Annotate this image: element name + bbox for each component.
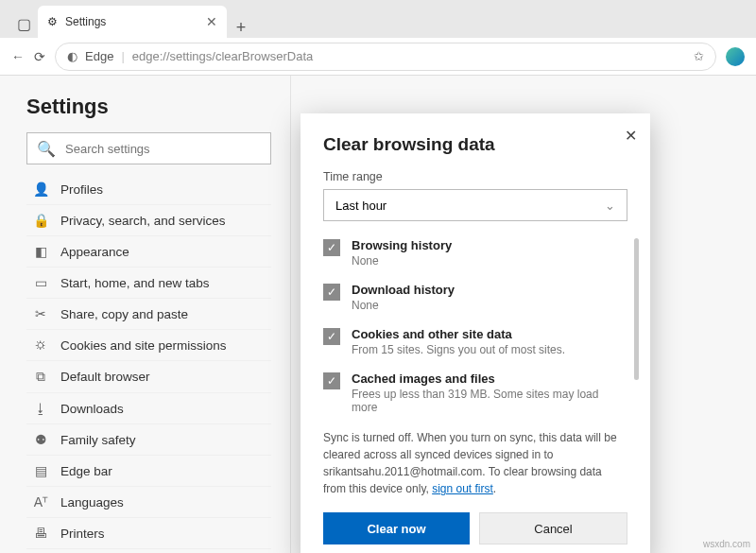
sidebar-item[interactable]: ▭Start, home, and new tabs [26,268,271,299]
sidebar-item[interactable]: 🔒Privacy, search, and services [26,205,271,236]
profile-avatar[interactable] [726,47,745,66]
nav-label: Start, home, and new tabs [60,276,210,290]
checkbox-row: ✓Cookies and other site dataFrom 15 site… [323,327,627,356]
chevron-down-icon: ⌄ [605,199,615,213]
sidebar-item[interactable]: ⧉Default browser [26,361,271,393]
nav-label: Default browser [60,370,150,384]
gear-icon: ⚙ [47,15,58,28]
nav-label: Family safety [60,433,136,447]
sidebar-item[interactable]: □System and performance [26,549,271,553]
checkbox[interactable]: ✓ [323,372,340,389]
nav-icon: 🖶 [32,526,49,541]
watermark: wsxdn.com [703,539,750,549]
nav-label: Appearance [60,245,129,259]
nav-label: Printers [60,527,105,541]
address-bar[interactable]: ◐ Edge | edge://settings/clearBrowserDat… [55,43,716,71]
nav-icon: 🔒 [32,213,49,228]
nav-icon: ⚉ [32,432,49,447]
sidebar-item[interactable]: ⛭Cookies and site permissions [26,330,271,361]
time-range-select[interactable]: Last hour ⌄ [323,189,627,221]
edge-icon: ◐ [67,49,77,63]
nav-label: Share, copy and paste [60,307,188,321]
option-desc: From 15 sites. Signs you out of most sit… [352,343,565,356]
favorite-icon[interactable]: ✩ [694,49,704,63]
back-button[interactable]: ← [11,49,25,64]
sidebar-item[interactable]: 🖶Printers [26,518,271,549]
sidebar-item[interactable]: ✂Share, copy and paste [26,299,271,330]
sidebar-item[interactable]: 👤Profiles [26,174,271,205]
time-range-value: Last hour [335,199,387,213]
search-input[interactable] [65,142,261,156]
option-title: Download history [352,283,455,297]
nav-icon: ✂ [32,306,49,321]
url-text: edge://settings/clearBrowserData [132,49,313,63]
cancel-button[interactable]: Cancel [479,512,627,544]
scrollbar-handle[interactable] [634,238,639,380]
option-desc: None [352,254,452,268]
refresh-button[interactable]: ⟳ [34,49,45,64]
checkbox[interactable]: ✓ [323,239,340,256]
sign-out-link[interactable]: sign out first [432,482,493,495]
checkbox[interactable]: ✓ [323,328,340,345]
tab-title: Settings [65,15,106,28]
nav-label: Privacy, search, and services [60,214,226,228]
nav-icon: ⛭ [32,337,49,353]
nav-label: Downloads [60,402,124,416]
sidebar-item[interactable]: AᵀLanguages [26,487,271,518]
option-title: Browsing history [352,238,452,252]
nav-icon: Aᵀ [32,494,49,510]
option-title: Cached images and files [352,372,627,386]
option-desc: Frees up less than 319 MB. Some sites ma… [352,388,627,414]
dialog-title: Clear browsing data [323,134,627,155]
close-dialog-icon[interactable]: ✕ [625,127,637,145]
nav-label: Cookies and site permissions [60,338,227,353]
sidebar-item[interactable]: ◧Appearance [26,236,271,268]
sidebar-item[interactable]: ⚉Family safety [26,424,271,456]
search-settings[interactable]: 🔍 [26,132,271,164]
nav-label: Languages [60,495,124,510]
checkbox-row: ✓Browsing historyNone [323,238,627,268]
sidebar-item[interactable]: ▤Edge bar [26,456,271,487]
page-title: Settings [26,95,271,119]
tab-actions-icon[interactable]: ▢ [9,9,38,38]
settings-sidebar: Settings 🔍 👤Profiles🔒Privacy, search, an… [0,76,291,553]
url-scheme-label: Edge [85,49,113,63]
nav-icon: ▤ [32,463,49,478]
sync-info-text: Sync is turned off. When you turn on syn… [323,429,627,497]
nav-icon: ⧉ [32,369,49,385]
nav-icon: 👤 [32,181,49,197]
main-panel: ✕ Clear browsing data Time range Last ho… [291,76,756,553]
option-title: Cookies and other site data [352,327,565,341]
nav-icon: ⭳ [32,401,49,416]
option-desc: None [352,299,455,312]
title-bar: ▢ ⚙ Settings ✕ + [0,0,756,38]
nav-icon: ▭ [32,275,49,290]
browser-tab[interactable]: ⚙ Settings ✕ [38,6,227,38]
checkbox-row: ✓Cached images and filesFrees up less th… [323,372,627,414]
time-range-label: Time range [323,170,627,183]
nav-label: Edge bar [60,464,112,478]
search-icon: 🔍 [37,140,56,158]
new-tab-button[interactable]: + [227,18,255,38]
close-tab-icon[interactable]: ✕ [206,14,217,29]
checkbox[interactable]: ✓ [323,284,340,301]
clear-browsing-data-dialog: ✕ Clear browsing data Time range Last ho… [301,113,650,553]
nav-icon: ◧ [32,244,49,259]
clear-now-button[interactable]: Clear now [323,512,470,544]
toolbar: ← ⟳ ◐ Edge | edge://settings/clearBrowse… [0,38,756,76]
sidebar-item[interactable]: ⭳Downloads [26,393,271,424]
url-divider: | [121,49,124,63]
nav-label: Profiles [60,182,103,197]
checkbox-row: ✓Download historyNone [323,283,627,312]
